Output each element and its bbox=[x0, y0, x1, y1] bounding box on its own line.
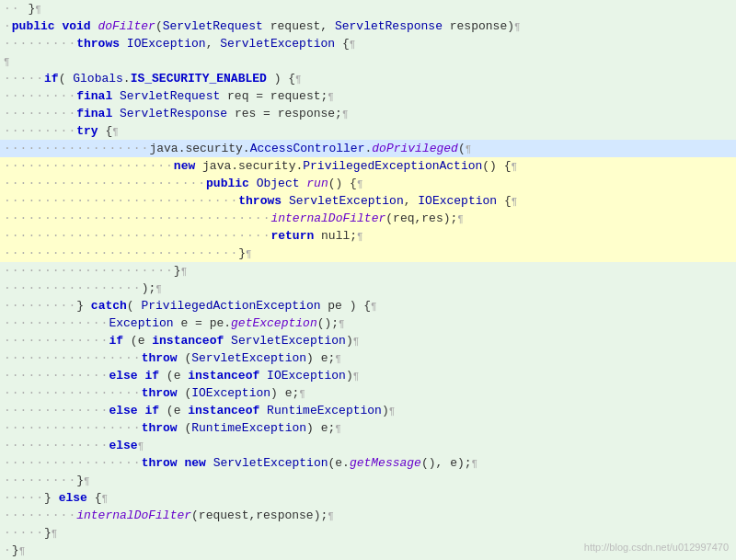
watermark: http://blog.csdn.net/u012997470 bbox=[584, 542, 729, 553]
code-line-26: ·············else¶ bbox=[0, 437, 736, 454]
code-line-12: ·····························throws Serv… bbox=[0, 192, 736, 210]
code-line-25: ·················throw (RuntimeException… bbox=[0, 419, 736, 437]
code-line-18: ·········} catch( PrivilegedActionExcept… bbox=[0, 297, 736, 314]
code-line-2: ·public void doFilter(ServletRequest req… bbox=[0, 17, 736, 35]
code-line-28: ·········}¶ bbox=[0, 472, 736, 489]
code-editor: ·· }¶ ·public void doFilter(ServletReque… bbox=[0, 0, 736, 560]
code-line-1: ·· }¶ bbox=[0, 0, 736, 17]
code-line-5: ·····if( Globals.IS_SECURITY_ENABLED ) {… bbox=[0, 70, 736, 87]
code-line-14: ·································return … bbox=[0, 227, 736, 245]
code-line-11: ·························public Object r… bbox=[0, 175, 736, 192]
code-line-24: ·············else if (e instanceof Runti… bbox=[0, 402, 736, 419]
code-line-6: ·········final ServletRequest req = requ… bbox=[0, 87, 736, 105]
code-line-21: ·················throw (ServletException… bbox=[0, 349, 736, 367]
code-line-4: ¶ bbox=[0, 52, 736, 70]
code-line-20: ·············if (e instanceof ServletExc… bbox=[0, 332, 736, 349]
code-line-15: ·····························}¶ bbox=[0, 245, 736, 262]
code-line-8: ·········try {¶ bbox=[0, 122, 736, 140]
code-line-7: ·········final ServletResponse res = res… bbox=[0, 105, 736, 122]
code-line-27: ·················throw new ServletExcept… bbox=[0, 454, 736, 472]
code-line-16: ·····················}¶ bbox=[0, 262, 736, 280]
code-line-30: ·········internalDoFilter(request,respon… bbox=[0, 507, 736, 524]
code-line-17: ·················);¶ bbox=[0, 280, 736, 297]
code-line-22: ·············else if (e instanceof IOExc… bbox=[0, 367, 736, 384]
code-line-29: ·····} else {¶ bbox=[0, 489, 736, 507]
code-line-9: ··················java.security.AccessCo… bbox=[0, 140, 736, 157]
code-line-19: ·············Exception e = pe.getExcepti… bbox=[0, 314, 736, 332]
code-line-10: ·····················new java.security.P… bbox=[0, 157, 736, 175]
code-line-3: ·········throws IOException, ServletExce… bbox=[0, 35, 736, 52]
code-line-31: ·····}¶ bbox=[0, 524, 736, 542]
code-line-23: ·················throw (IOException) e;¶ bbox=[0, 384, 736, 402]
code-line-13: ·································interna… bbox=[0, 210, 736, 227]
